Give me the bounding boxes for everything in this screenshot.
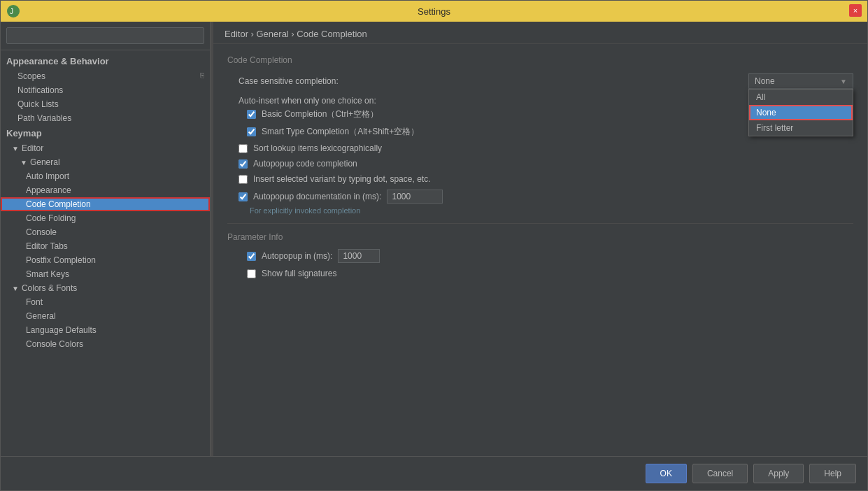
- sidebar-item-general2[interactable]: General: [1, 309, 210, 323]
- sort-lookup-checkbox[interactable]: [239, 144, 248, 153]
- autopopup-doc-row: Autopopup documentation in (ms):: [227, 190, 853, 204]
- sidebar-item-auto-import[interactable]: Auto Import: [1, 169, 210, 183]
- autopopup-doc-input[interactable]: [387, 190, 443, 204]
- search-box: [1, 22, 210, 50]
- show-full-sig-row: Show full signatures: [227, 269, 853, 278]
- settings-panel: Code Completion Case sensitive completio…: [213, 44, 867, 456]
- dropdown-option-none[interactable]: None: [749, 105, 853, 120]
- autopopup-completion-label: Autopopup code completion: [253, 159, 357, 169]
- case-sensitive-label: Case sensitive completion:: [227, 76, 748, 86]
- autopopup-param-input[interactable]: [338, 249, 380, 263]
- sidebar-item-general[interactable]: ▼ General: [1, 155, 210, 169]
- case-sensitive-row: Case sensitive completion: None ▼ All No…: [227, 73, 853, 89]
- dropdown-option-all[interactable]: All: [749, 90, 853, 105]
- titlebar: J Settings ×: [1, 1, 867, 22]
- basic-completion-label: Basic Completion（Ctrl+空格）: [262, 108, 378, 120]
- sort-lookup-row: Sort lookup items lexicographically: [227, 143, 853, 153]
- colors-arrow-icon: ▼: [12, 285, 19, 292]
- search-input[interactable]: [6, 27, 204, 44]
- autopopup-completion-checkbox[interactable]: [239, 159, 248, 169]
- sidebar-item-appearance[interactable]: Appearance: [1, 183, 210, 197]
- smart-type-checkbox[interactable]: [247, 127, 256, 136]
- insert-selected-label: Insert selected variant by typing dot, s…: [253, 174, 430, 184]
- autopopup-doc-checkbox[interactable]: [239, 192, 248, 201]
- insert-selected-row: Insert selected variant by typing dot, s…: [227, 174, 853, 184]
- sidebar-item-code-completion[interactable]: Code Completion: [1, 197, 210, 211]
- sidebar-item-quick-lists[interactable]: Quick Lists: [1, 97, 210, 111]
- case-sensitive-dropdown: None ▼ All None First letter: [748, 73, 853, 89]
- show-full-sig-checkbox[interactable]: [247, 269, 256, 278]
- sidebar-item-postfix-completion[interactable]: Postfix Completion: [1, 253, 210, 267]
- sidebar-item-colors-fonts[interactable]: ▼ Colors & Fonts: [1, 281, 210, 295]
- section-divider: [227, 223, 853, 224]
- nav-tree: Appearance & Behavior Scopes ⎘ Notificat…: [1, 50, 210, 456]
- sidebar-item-smart-keys[interactable]: Smart Keys: [1, 267, 210, 281]
- hint-text: For explicitly invoked completion: [227, 206, 853, 215]
- editor-arrow-icon: ▼: [12, 145, 19, 152]
- section-title: Code Completion: [227, 55, 853, 65]
- sidebar-item-language-defaults[interactable]: Language Defaults: [1, 323, 210, 337]
- sidebar-item-code-folding[interactable]: Code Folding: [1, 211, 210, 225]
- sort-lookup-label: Sort lookup items lexicographically: [253, 143, 382, 153]
- autopopup-param-checkbox[interactable]: [247, 252, 256, 261]
- sidebar-item-path-variables[interactable]: Path Variables: [1, 111, 210, 125]
- sidebar-item-keymap[interactable]: Keymap: [1, 125, 210, 141]
- dropdown-arrow-icon: ▼: [840, 78, 847, 85]
- breadcrumb: Editor › General › Code Completion: [213, 22, 867, 44]
- content-area: Editor › General › Code Completion Code …: [213, 22, 867, 456]
- footer: OK Cancel Apply Help: [1, 456, 867, 490]
- sidebar-item-notifications[interactable]: Notifications: [1, 83, 210, 97]
- sidebar: Appearance & Behavior Scopes ⎘ Notificat…: [1, 22, 211, 456]
- sidebar-item-console[interactable]: Console: [1, 225, 210, 239]
- window-title: Settings: [418, 6, 450, 17]
- autopopup-param-label: Autopopup in (ms):: [262, 251, 332, 261]
- app-icon: J: [6, 4, 20, 18]
- sidebar-item-scopes[interactable]: Scopes ⎘: [1, 69, 210, 83]
- show-full-sig-label: Show full signatures: [262, 269, 336, 278]
- general-arrow-icon: ▼: [20, 159, 27, 166]
- autopopup-doc-label: Autopopup documentation in (ms):: [253, 192, 381, 201]
- basic-completion-checkbox[interactable]: [247, 110, 256, 119]
- dropdown-option-first-letter[interactable]: First letter: [749, 120, 853, 136]
- sidebar-item-appearance-behavior[interactable]: Appearance & Behavior: [1, 53, 210, 69]
- scopes-icon: ⎘: [200, 71, 204, 79]
- sidebar-item-font[interactable]: Font: [1, 295, 210, 309]
- close-button[interactable]: ×: [849, 4, 862, 17]
- autopopup-completion-row: Autopopup code completion: [227, 159, 853, 169]
- sidebar-item-editor[interactable]: ▼ Editor: [1, 141, 210, 155]
- case-sensitive-dropdown-btn[interactable]: None ▼: [748, 73, 853, 89]
- sidebar-item-editor-tabs[interactable]: Editor Tabs: [1, 239, 210, 253]
- ok-button[interactable]: OK: [646, 464, 687, 483]
- help-button[interactable]: Help: [809, 464, 856, 483]
- apply-button[interactable]: Apply: [753, 464, 804, 483]
- insert-selected-checkbox[interactable]: [239, 175, 248, 184]
- cancel-button[interactable]: Cancel: [692, 464, 748, 483]
- smart-type-label: Smart Type Completion（Alt+Shift+空格）: [262, 126, 419, 138]
- dropdown-menu: All None First letter: [748, 89, 853, 136]
- param-info-title: Parameter Info: [227, 232, 853, 242]
- svg-text:J: J: [10, 8, 13, 15]
- autopopup-param-row: Autopopup in (ms):: [227, 249, 853, 263]
- svg-point-0: [7, 5, 20, 17]
- sidebar-item-console-colors[interactable]: Console Colors: [1, 337, 210, 351]
